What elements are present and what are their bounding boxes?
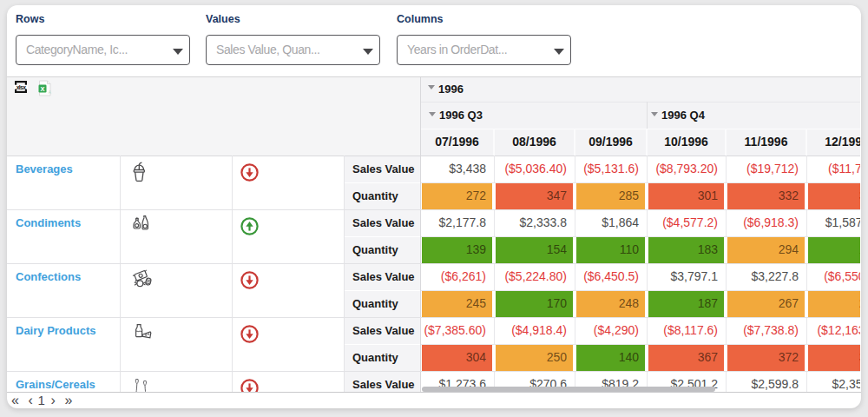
svg-text:X: X <box>40 85 44 93</box>
svg-text:xlsx: xlsx <box>16 84 26 90</box>
svg-text:A: A <box>49 90 51 95</box>
